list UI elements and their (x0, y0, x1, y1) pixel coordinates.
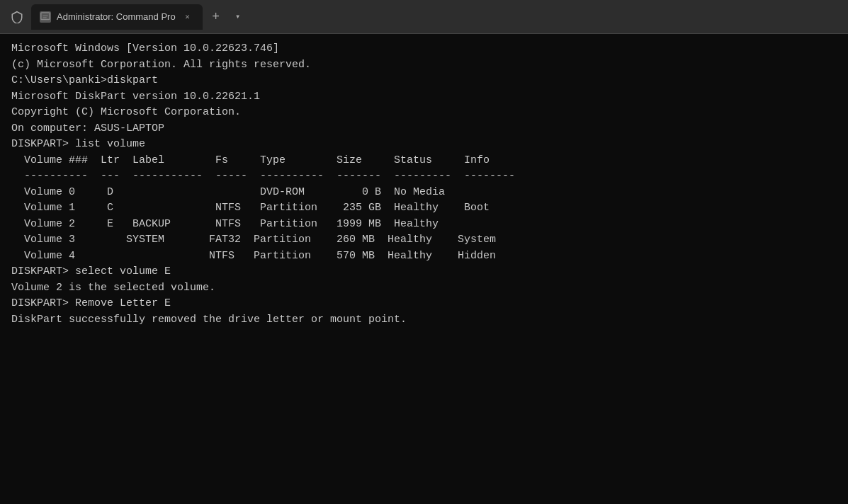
terminal-line: Volume ### Ltr Label Fs Type Size Status… (11, 153, 837, 169)
terminal-line: Volume 2 is the selected volume. (11, 280, 837, 297)
terminal-line: Volume 0 D DVD-ROM 0 B No Media (11, 185, 837, 201)
tab-label: Administrator: Command Pro (57, 11, 176, 22)
tab-icon (40, 11, 51, 23)
terminal-line: Copyright (C) Microsoft Corporation. (11, 105, 837, 121)
new-tab-button[interactable]: + (205, 6, 227, 28)
terminal-line: Microsoft DiskPart version 10.0.22621.1 (11, 89, 837, 105)
tab-close-button[interactable]: ✕ (181, 11, 194, 23)
terminal-content: Microsoft Windows [Version 10.0.22623.74… (0, 34, 848, 504)
terminal-line: Volume 4 NTFS Partition 570 MB Healthy H… (11, 248, 837, 265)
terminal-line: Volume 3 SYSTEM FAT32 Partition 260 MB H… (11, 232, 837, 248)
titlebar: Administrator: Command Pro ✕ + ▾ (0, 0, 848, 34)
terminal-line: DISKPART> Remove Letter E (11, 296, 837, 312)
terminal-line: ---------- --- ----------- ----- -------… (11, 168, 837, 185)
dropdown-button[interactable]: ▾ (230, 8, 247, 25)
terminal-line: On computer: ASUS-LAPTOP (11, 121, 837, 137)
terminal-line: Microsoft Windows [Version 10.0.22623.74… (11, 41, 837, 57)
terminal-line: DISKPART> list volume (11, 137, 837, 153)
terminal-line: Volume 1 C NTFS Partition 235 GB Healthy… (11, 200, 837, 217)
terminal-line: Volume 2 E BACKUP NTFS Partition 1999 MB… (11, 217, 837, 233)
terminal-line: DISKPART> select volume E (11, 264, 837, 280)
active-tab[interactable]: Administrator: Command Pro ✕ (31, 4, 203, 30)
shield-button[interactable] (6, 6, 28, 28)
terminal-line: DiskPart successfully removed the drive … (11, 312, 837, 328)
terminal-line: (c) Microsoft Corporation. All rights re… (11, 57, 837, 74)
terminal-line: C:\Users\panki>diskpart (11, 73, 837, 89)
